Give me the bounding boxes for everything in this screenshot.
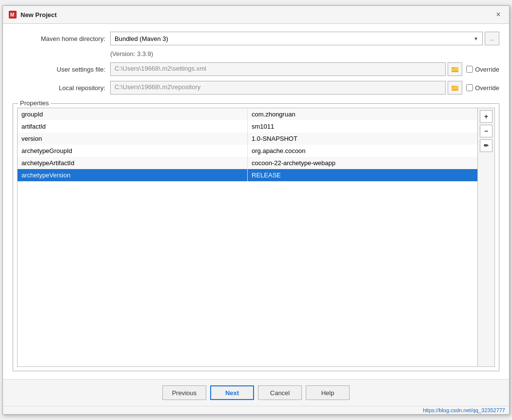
properties-table-wrapper: groupIdcom.zhongruanartifactIdsm1011vers… [17,108,478,367]
table-row[interactable]: artifactIdsm1011 [18,120,477,133]
user-settings-label: User settings file: [13,66,110,73]
user-settings-override-label: Override [475,66,499,73]
user-settings-override-checkbox[interactable] [466,66,473,73]
property-value: sm1011 [248,120,478,133]
local-repo-override: Override [466,84,499,92]
svg-text:M: M [10,12,14,18]
property-value: RELEASE [248,169,478,181]
local-repo-override-checkbox[interactable] [466,84,473,91]
remove-property-button[interactable]: − [480,125,492,137]
property-key: archetypeVersion [18,169,248,181]
properties-sidebar: + − ✏ [478,108,495,367]
user-settings-input[interactable]: C:\Users\19668\.m2\settings.xml [110,62,446,76]
edit-property-button[interactable]: ✏ [480,139,492,152]
property-value: 1.0-SNAPSHOT [248,133,478,145]
title-bar: M New Project × [3,6,509,24]
user-settings-browse-button[interactable] [448,62,462,76]
next-button[interactable]: Next [210,385,254,400]
property-key: archetypeArtifactId [18,157,248,169]
title-bar-left: M New Project [9,11,57,19]
properties-label: Properties [18,99,51,107]
property-key: artifactId [18,120,248,133]
maven-home-value: Bundled (Maven 3) [115,35,168,42]
user-settings-override: Override [466,66,499,73]
maven-home-browse-button[interactable]: ... [485,32,499,45]
property-key: version [18,133,248,145]
dialog-footer: Previous Next Cancel Help [3,379,509,406]
table-row[interactable]: archetypeVersionRELEASE [18,169,477,181]
properties-inner: groupIdcom.zhongruanartifactIdsm1011vers… [17,108,495,367]
previous-button[interactable]: Previous [162,385,206,400]
user-settings-row: User settings file: C:\Users\19668\.m2\s… [13,62,499,76]
user-settings-container: C:\Users\19668\.m2\settings.xml [110,62,462,76]
close-button[interactable]: × [493,10,503,19]
status-bar: https://blog.csdn.net/qq_32352777 [3,406,509,414]
status-text: https://blog.csdn.net/qq_32352777 [423,407,505,413]
dropdown-arrow-icon: ▼ [473,36,478,41]
folder-icon [451,65,459,73]
local-repo-container: C:\Users\19668\.m2\repository [110,81,462,95]
local-repo-input[interactable]: C:\Users\19668\.m2\repository [110,81,446,95]
properties-table: groupIdcom.zhongruanartifactIdsm1011vers… [18,108,477,181]
local-repo-browse-button[interactable] [448,81,462,95]
app-icon: M [9,11,17,19]
properties-group: Properties groupIdcom.zhongruanartifactI… [13,103,499,371]
maven-home-dropdown[interactable]: Bundled (Maven 3) ▼ [110,32,483,45]
new-project-dialog: M New Project × Maven home directory: Bu… [2,5,510,415]
maven-home-label: Maven home directory: [13,35,110,42]
local-repo-override-label: Override [475,84,499,92]
table-row[interactable]: version1.0-SNAPSHOT [18,133,477,145]
table-row[interactable]: archetypeGroupIdorg.apache.cocoon [18,145,477,157]
property-value: cocoon-22-archetype-webapp [248,157,478,169]
property-value: com.zhongruan [248,108,478,120]
local-repo-label: Local repository: [13,84,110,92]
maven-home-container: Bundled (Maven 3) ▼ ... [110,32,499,45]
property-key: archetypeGroupId [18,145,248,157]
cancel-button[interactable]: Cancel [258,385,302,400]
property-value: org.apache.cocoon [248,145,478,157]
maven-version-text: (Version: 3.3.9) [110,50,499,57]
local-repo-row: Local repository: C:\Users\19668\.m2\rep… [13,81,499,95]
add-property-button[interactable]: + [480,110,492,123]
table-row[interactable]: archetypeArtifactIdcocoon-22-archetype-w… [18,157,477,169]
maven-home-row: Maven home directory: Bundled (Maven 3) … [13,32,499,45]
dialog-title: New Project [20,11,57,19]
property-key: groupId [18,108,248,120]
folder-icon-2 [451,84,459,92]
table-row[interactable]: groupIdcom.zhongruan [18,108,477,120]
dialog-content: Maven home directory: Bundled (Maven 3) … [3,24,509,379]
help-button[interactable]: Help [306,385,350,400]
